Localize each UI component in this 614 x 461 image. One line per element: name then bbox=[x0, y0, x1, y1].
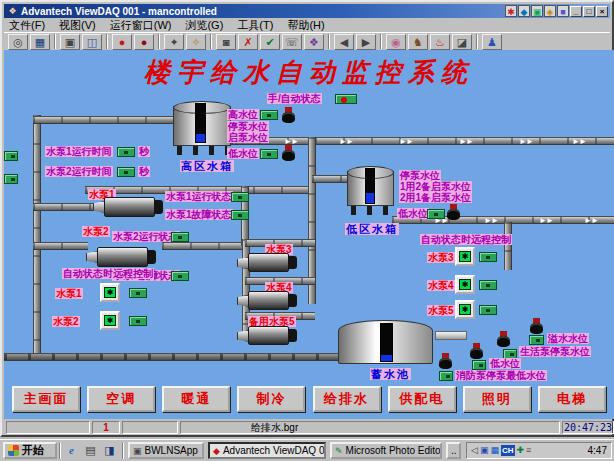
task-app-icon: ✎ bbox=[335, 446, 343, 456]
tank-high-zone-label: 高区水箱 bbox=[180, 160, 234, 172]
valve-icon bbox=[530, 318, 543, 335]
menu-go[interactable]: 浏览(G) bbox=[185, 18, 223, 33]
paint-can-icon[interactable]: ♨ bbox=[430, 34, 450, 50]
task-button-photo-editor[interactable]: ✎ Microsoft Photo Editor bbox=[330, 442, 442, 459]
system-tray: ◁ ▣ ▦ CH ✚ ≡ 4:47 bbox=[466, 442, 612, 459]
menu-file[interactable]: 文件(F) bbox=[9, 18, 45, 33]
flow-arrow: ►► bbox=[459, 137, 473, 146]
pipe bbox=[504, 222, 512, 270]
pump2-run-status-indicator bbox=[171, 232, 189, 242]
pump2-runtime-value bbox=[117, 167, 135, 177]
low-level-indicator bbox=[260, 149, 278, 159]
toolbar: ◎ ▦ ▣ ◫ ● ● ✦ ✧ ◙ ✗ ✔ ☏ ❖ ◀ ▶ ◉ ♞ ♨ ◪ ♟ bbox=[4, 32, 610, 50]
task-button-viewdaq[interactable]: ◆ Advantech ViewDAQ 001... bbox=[208, 442, 326, 459]
tank-legs bbox=[177, 146, 227, 155]
app-window: ❖ Advantech ViewDAQ 001 - mancontrolled … bbox=[0, 0, 614, 437]
confirm-check-icon[interactable]: ✔ bbox=[260, 34, 280, 50]
pump2-control-button[interactable]: ✱ bbox=[100, 311, 120, 330]
menu-help[interactable]: 帮助(H) bbox=[287, 18, 324, 33]
pump1-runtime-value bbox=[117, 147, 135, 157]
task-overflow-button[interactable]: .. bbox=[446, 442, 461, 459]
pump3-control-button[interactable]: ✱ bbox=[455, 247, 475, 266]
printer-icon[interactable]: ▣ bbox=[60, 34, 80, 50]
menubar: 文件(F) 视图(V) 运行窗口(W) 浏览(G) 工具(T) 帮助(H) bbox=[4, 18, 610, 32]
back-arrow-icon[interactable]: ◀ bbox=[334, 34, 354, 50]
pump1-fault-status-indicator bbox=[231, 210, 249, 220]
alarm-ball-icon[interactable]: ● bbox=[134, 34, 154, 50]
stop-pump-level-label: 停泵水位 bbox=[399, 170, 441, 181]
pump5-control-button[interactable]: ✱ bbox=[455, 300, 475, 319]
nav-elevator[interactable]: 电梯 bbox=[538, 386, 606, 412]
operator-icon[interactable]: ♟ bbox=[482, 34, 502, 50]
agent-icon[interactable]: ✚ bbox=[517, 443, 525, 458]
pipe bbox=[162, 242, 248, 250]
domestic-stop-level-label: 生活泵停泵水位 bbox=[519, 346, 591, 357]
current-file: 给排水.bgr bbox=[180, 421, 560, 434]
connection-icon[interactable]: ≡ bbox=[526, 443, 531, 458]
menu-view[interactable]: 视图(V) bbox=[59, 18, 96, 33]
snapshot-icon[interactable]: ◙ bbox=[216, 34, 236, 50]
nav-main-screen[interactable]: 主画面 bbox=[12, 386, 80, 412]
minimize-button[interactable]: _ bbox=[570, 6, 582, 17]
task-label: Microsoft Photo Editor bbox=[346, 445, 442, 456]
pump2-fault-status-indicator bbox=[171, 271, 189, 281]
flow-arrow: ►► bbox=[399, 137, 413, 146]
low-level-indicator bbox=[427, 209, 445, 219]
tank-low-level-gauge bbox=[365, 168, 375, 204]
nav-refrigeration[interactable]: 制冷 bbox=[237, 386, 305, 412]
network-icon[interactable]: ▦ bbox=[490, 443, 499, 458]
nav-hvac[interactable]: 暖通 bbox=[162, 386, 230, 412]
pump-body bbox=[97, 247, 148, 267]
forward-arrow-icon[interactable]: ▶ bbox=[356, 34, 376, 50]
remote-pump1-label: 水泵1 bbox=[55, 288, 83, 299]
zoom-icon[interactable]: ◎ bbox=[8, 34, 28, 50]
internet-explorer-icon[interactable]: e bbox=[64, 443, 79, 458]
mark-red-icon[interactable]: ✗ bbox=[238, 34, 258, 50]
watchdog-icon[interactable]: ♞ bbox=[408, 34, 428, 50]
trend-chart-icon[interactable]: ◫ bbox=[82, 34, 102, 50]
titlebar[interactable]: ❖ Advantech ViewDAQ 001 - mancontrolled … bbox=[4, 4, 610, 18]
nav-power-distribution[interactable]: 供配电 bbox=[388, 386, 456, 412]
menu-tools[interactable]: 工具(T) bbox=[237, 18, 273, 33]
show-desktop-icon[interactable]: ▤ bbox=[83, 443, 98, 458]
valve-icon bbox=[282, 107, 295, 124]
maximize-button[interactable]: □ bbox=[583, 6, 595, 17]
nav-button-row: 主画面 空调 暖通 制冷 给排水 供配电 照明 电梯 bbox=[6, 386, 612, 412]
menu-runtime-window[interactable]: 运行窗口(W) bbox=[110, 18, 172, 33]
nav-water-supply[interactable]: 给排水 bbox=[313, 386, 381, 412]
stop-ball-icon[interactable]: ● bbox=[112, 34, 132, 50]
overflow-level-indicator bbox=[529, 335, 544, 345]
nav-lighting[interactable]: 照明 bbox=[463, 386, 531, 412]
pump2-label: 水泵2 bbox=[82, 226, 110, 237]
pipe bbox=[33, 116, 175, 124]
pipe-sensor-indicator bbox=[4, 174, 18, 184]
pager-icon[interactable]: ☏ bbox=[282, 34, 302, 50]
pump-body bbox=[248, 326, 289, 345]
volume-icon[interactable]: ◁ bbox=[471, 443, 478, 458]
key-icon[interactable]: ✧ bbox=[186, 34, 206, 50]
nav-air-conditioning[interactable]: 空调 bbox=[87, 386, 155, 412]
language-indicator[interactable]: CH bbox=[501, 445, 515, 456]
pump-cap bbox=[147, 250, 156, 264]
channels-icon[interactable]: ◨ bbox=[102, 443, 117, 458]
plug-icon[interactable]: ✦ bbox=[164, 34, 184, 50]
high-level-indicator bbox=[260, 110, 278, 120]
auto-status-indicator bbox=[335, 94, 357, 104]
pump4-control-button[interactable]: ✱ bbox=[455, 275, 475, 294]
pipe bbox=[33, 242, 88, 250]
start-label: 开始 bbox=[22, 443, 44, 458]
close-button[interactable]: × bbox=[596, 6, 608, 17]
pump2-remote-indicator bbox=[129, 316, 147, 326]
clapper-icon[interactable]: ◪ bbox=[452, 34, 472, 50]
eraser-icon[interactable]: ◉ bbox=[386, 34, 406, 50]
workstation-icon[interactable]: ▦ bbox=[30, 34, 50, 50]
pump1-control-button[interactable]: ✱ bbox=[100, 283, 120, 302]
task-label: BWLNSApp bbox=[145, 445, 198, 456]
start-button[interactable]: 开始 bbox=[3, 442, 57, 459]
overflow-level-label: 溢水水位 bbox=[547, 333, 589, 344]
remote-pump4-label: 水泵4 bbox=[427, 280, 455, 291]
task-button-bwlnsapp[interactable]: ▣ BWLNSApp bbox=[128, 442, 204, 459]
display-icon[interactable]: ▣ bbox=[480, 443, 489, 458]
flow-arrow: ►► bbox=[584, 216, 598, 225]
palette-icon[interactable]: ❖ bbox=[304, 34, 324, 50]
